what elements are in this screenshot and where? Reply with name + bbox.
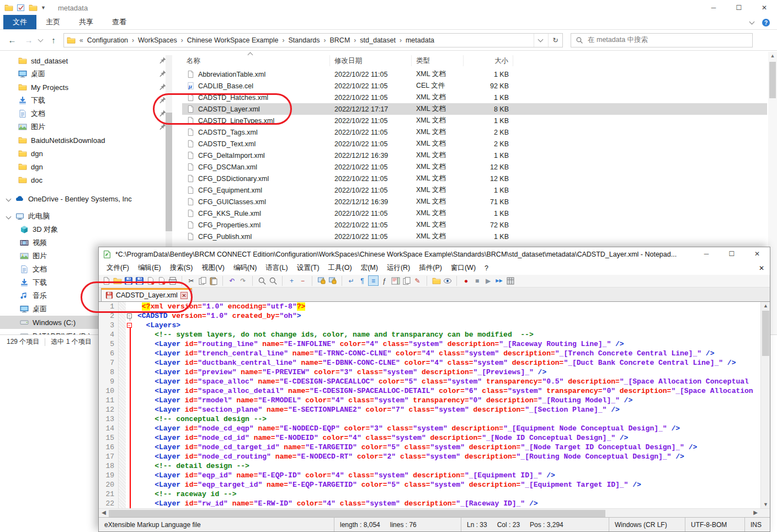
bookmark-margin[interactable] bbox=[119, 396, 126, 405]
fold-margin[interactable] bbox=[126, 339, 134, 349]
breadcrumb-segment[interactable]: std_dataset bbox=[358, 36, 398, 44]
bookmark-margin[interactable] bbox=[119, 302, 126, 311]
close-all-icon[interactable] bbox=[156, 275, 167, 286]
save-all-icon[interactable] bbox=[134, 275, 145, 286]
quick-access-check-icon[interactable] bbox=[17, 3, 25, 12]
open-containing-folder-icon[interactable] bbox=[431, 275, 441, 286]
file-row[interactable]: AbbreviationTable.xml2022/10/22 11:05XML… bbox=[182, 68, 767, 80]
fold-margin[interactable] bbox=[126, 386, 134, 396]
fold-margin[interactable] bbox=[126, 452, 134, 461]
bookmark-margin[interactable] bbox=[119, 311, 126, 321]
fold-margin[interactable] bbox=[126, 490, 134, 499]
file-row[interactable]: CFG_DSDictionary.xml2022/10/22 11:05XML … bbox=[182, 173, 767, 184]
minimize-button[interactable]: ─ bbox=[694, 247, 719, 261]
fold-margin[interactable] bbox=[126, 396, 134, 405]
sidebar-item[interactable]: 下载 bbox=[0, 94, 174, 107]
column-header-1[interactable]: 名称 bbox=[182, 55, 330, 66]
bookmark-margin[interactable] bbox=[119, 490, 126, 499]
search-box[interactable]: 在 metadata 中搜索 bbox=[571, 33, 753, 47]
print-icon[interactable] bbox=[167, 275, 178, 286]
chevron-expanded-icon[interactable] bbox=[6, 196, 12, 201]
scroll-up-icon[interactable]: ▲ bbox=[768, 53, 777, 58]
bookmark-margin[interactable] bbox=[119, 349, 126, 358]
paste-icon[interactable] bbox=[208, 275, 219, 286]
new-file-icon[interactable] bbox=[101, 275, 111, 286]
sidebar-item[interactable]: BaiduNetdiskDownload bbox=[0, 134, 174, 147]
forward-button[interactable]: → bbox=[22, 35, 35, 45]
macro-stop-icon[interactable]: ■ bbox=[472, 275, 482, 286]
close-icon[interactable] bbox=[145, 275, 156, 286]
indent-guide-icon[interactable]: ≡ bbox=[368, 275, 379, 286]
fold-margin[interactable] bbox=[126, 424, 134, 433]
editor-vertical-scrollbar[interactable]: ▲ ▼ bbox=[760, 302, 770, 508]
close-button[interactable]: ✕ bbox=[744, 247, 770, 261]
address-bar[interactable]: « Configuration›WorkSpaces›Chinese WorkS… bbox=[63, 33, 563, 47]
file-row[interactable]: CADSTD_Hatches.xml2022/10/22 11:05XML 文档… bbox=[182, 92, 767, 103]
bookmark-margin[interactable] bbox=[119, 386, 126, 396]
code-editor[interactable]: 1 <?xml version="1.0" encoding="utf-8"?>… bbox=[99, 302, 770, 508]
file-row[interactable]: CFG_KKS_Rule.xml2022/10/22 11:05XML 文档1 … bbox=[182, 208, 767, 219]
file-row[interactable]: CADSTD_Layer.xml2022/12/12 17:17XML 文档8 … bbox=[182, 103, 767, 115]
fold-margin[interactable] bbox=[126, 480, 134, 490]
scroll-left-icon[interactable]: ◀ bbox=[99, 509, 108, 515]
fold-margin[interactable] bbox=[126, 461, 134, 471]
menu-item[interactable]: 插件(P) bbox=[414, 262, 446, 274]
file-row[interactable]: CFG_Publish.xml2022/10/22 11:05XML 文档1 K… bbox=[182, 231, 767, 242]
fold-margin[interactable] bbox=[126, 377, 134, 386]
sidebar-item[interactable]: 3D 对象 bbox=[0, 223, 174, 236]
sidebar-item[interactable]: std_dataset bbox=[0, 54, 174, 67]
function-list-icon[interactable]: ƒ bbox=[379, 275, 390, 286]
sync-h-scroll-icon[interactable] bbox=[327, 275, 338, 286]
fold-margin[interactable] bbox=[126, 358, 134, 368]
breadcrumb-segment[interactable]: Configuration bbox=[85, 36, 130, 44]
help-icon[interactable]: ? bbox=[762, 18, 770, 27]
fold-collapse-icon[interactable]: − bbox=[127, 323, 132, 328]
zoom-in-icon[interactable]: + bbox=[286, 275, 297, 286]
editor-horizontal-scrollbar[interactable]: ◀ ▶ bbox=[99, 508, 770, 518]
column-header-2[interactable]: 修改日期 bbox=[330, 55, 412, 66]
file-row[interactable]: CFG_DSCMan.xml2022/10/22 11:05XML 文档12 K… bbox=[182, 161, 767, 173]
doc-map-icon[interactable] bbox=[390, 275, 401, 286]
bookmark-margin[interactable] bbox=[119, 433, 126, 443]
file-row[interactable]: CFG_Properties.xml2022/10/22 11:05XML 文档… bbox=[182, 219, 767, 231]
address-dropdown-button[interactable] bbox=[534, 34, 548, 47]
menu-item[interactable]: 编辑(E) bbox=[134, 262, 166, 274]
bookmark-margin[interactable] bbox=[119, 339, 126, 349]
up-button[interactable]: ↑ bbox=[47, 35, 60, 45]
fold-margin[interactable] bbox=[126, 405, 134, 414]
sidebar-item[interactable]: 桌面 bbox=[0, 67, 174, 81]
fold-margin[interactable] bbox=[126, 471, 134, 480]
file-row[interactable]: CFG_Equipment.xml2022/10/22 11:05XML 文档1… bbox=[182, 184, 767, 196]
folder-icon[interactable] bbox=[29, 3, 38, 12]
fold-margin[interactable] bbox=[126, 433, 134, 443]
sidebar-item[interactable]: 图片 bbox=[0, 120, 174, 134]
bookmark-margin[interactable] bbox=[119, 461, 126, 471]
zoom-out-icon[interactable]: − bbox=[297, 275, 308, 286]
fold-margin[interactable] bbox=[126, 349, 134, 358]
redo-icon[interactable]: ↷ bbox=[238, 275, 248, 286]
column-header-4[interactable]: 大小 bbox=[464, 55, 513, 66]
doc-list-icon[interactable] bbox=[401, 275, 412, 286]
scroll-down-icon[interactable]: ▼ bbox=[761, 502, 770, 507]
bookmark-margin[interactable] bbox=[119, 424, 126, 433]
bookmark-margin[interactable] bbox=[119, 330, 126, 339]
macro-record-icon[interactable]: ● bbox=[461, 275, 471, 286]
bookmark-margin[interactable] bbox=[119, 358, 126, 368]
save-icon[interactable] bbox=[123, 275, 134, 286]
open-file-icon[interactable] bbox=[112, 275, 123, 286]
fold-margin[interactable]: − bbox=[126, 311, 134, 321]
breadcrumb-segment[interactable]: Chinese WorkSpace Example bbox=[185, 36, 281, 44]
menu-item[interactable]: 宏(M) bbox=[356, 262, 382, 274]
file-row[interactable]: CADSTD_Tags.xml2022/10/22 11:05XML 文档2 K… bbox=[182, 126, 767, 138]
maximize-button[interactable]: ☐ bbox=[719, 247, 744, 261]
bookmark-margin[interactable] bbox=[119, 321, 126, 330]
sidebar-item[interactable]: My Projects bbox=[0, 81, 174, 94]
fold-margin[interactable] bbox=[126, 443, 134, 452]
bookmark-margin[interactable] bbox=[119, 452, 126, 461]
menu-item[interactable]: 运行(R) bbox=[382, 262, 414, 274]
macro-run-multiple-icon[interactable]: ▶▶ bbox=[494, 275, 504, 286]
refresh-button[interactable]: ↻ bbox=[548, 34, 562, 47]
document-tab[interactable]: CADSTD_Layer.xml ✕ bbox=[101, 288, 192, 301]
menu-item[interactable]: 视图(V) bbox=[197, 262, 229, 274]
recent-locations-chevron-icon[interactable] bbox=[38, 36, 44, 42]
